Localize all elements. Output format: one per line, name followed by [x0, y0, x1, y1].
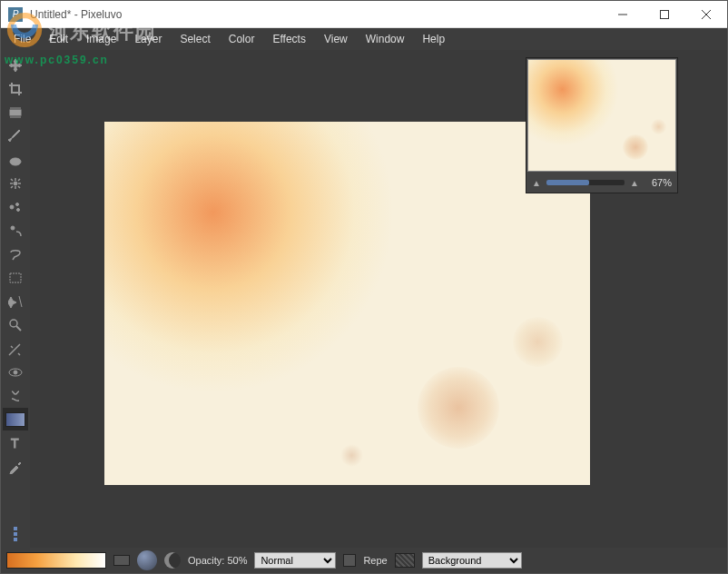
svg-rect-1	[661, 10, 669, 18]
menu-layer[interactable]: Layer	[125, 29, 171, 49]
transform-tool-icon[interactable]	[3, 101, 28, 124]
menu-edit[interactable]: Edit	[40, 29, 77, 49]
canvas-content	[513, 317, 563, 367]
svg-point-15	[14, 371, 17, 374]
repeat-label: Repe	[363, 555, 387, 566]
redeye-tool-icon[interactable]	[3, 361, 28, 383]
opacity-label: Opacity: 50%	[188, 555, 247, 566]
svg-point-12	[10, 320, 17, 327]
canvas-content	[340, 444, 363, 467]
svg-rect-11	[10, 273, 21, 282]
menu-color[interactable]: Color	[220, 29, 264, 49]
svg-point-6	[14, 182, 17, 185]
tool-palette: T	[1, 50, 30, 548]
navigator-panel[interactable]: ▲ ▲ 67%	[526, 57, 678, 193]
svg-point-10	[11, 226, 15, 230]
marquee-tool-icon[interactable]	[3, 266, 28, 289]
svg-point-8	[16, 203, 19, 205]
svg-point-7	[10, 205, 14, 209]
canvas-content	[104, 122, 395, 394]
svg-line-13	[16, 326, 21, 331]
minimize-button[interactable]	[602, 1, 644, 27]
canvas-content	[418, 367, 499, 449]
heal-tool-icon[interactable]	[3, 195, 28, 218]
menu-effects[interactable]: Effects	[263, 29, 314, 49]
maximize-button[interactable]	[644, 1, 685, 27]
clone-tool-icon[interactable]	[3, 172, 28, 194]
crop-tool-icon[interactable]	[3, 77, 28, 100]
zoom-in-icon[interactable]: ▲	[630, 178, 639, 188]
menu-window[interactable]: Window	[357, 29, 414, 49]
tool-options-bar: Opacity: 50% Normal Repe Background	[1, 548, 727, 573]
svg-point-9	[17, 208, 20, 211]
gradient-type-radial-icon[interactable]	[137, 550, 157, 570]
gradient-type-linear-icon[interactable]	[113, 555, 130, 566]
blend-mode-select[interactable]: Normal	[254, 552, 336, 569]
zoom-out-icon[interactable]: ▲	[532, 178, 541, 188]
target-layer-select[interactable]: Background	[422, 552, 522, 569]
tool-options-toggle-icon[interactable]	[1, 520, 30, 548]
svg-point-5	[10, 158, 21, 165]
navigator-thumbnail[interactable]	[527, 59, 676, 172]
dodge-tool-icon[interactable]	[3, 219, 28, 242]
svg-rect-4	[10, 110, 21, 115]
text-tool-icon[interactable]: T	[3, 431, 28, 454]
wand-tool-icon[interactable]	[3, 290, 28, 312]
menu-image[interactable]: Image	[77, 29, 125, 49]
app-icon: P	[8, 7, 23, 22]
menu-view[interactable]: View	[315, 29, 357, 49]
zoom-tool-icon[interactable]	[3, 313, 28, 336]
move-tool-icon[interactable]	[3, 54, 28, 76]
gradient-type-angle-icon[interactable]	[164, 552, 181, 569]
effect-tool-icon[interactable]	[3, 337, 28, 360]
gradient-preview-swatch[interactable]	[6, 552, 106, 569]
svg-text:T: T	[11, 436, 19, 450]
menu-select[interactable]: Select	[171, 29, 219, 49]
lasso-tool-icon[interactable]	[3, 242, 28, 265]
picker-tool-icon[interactable]	[3, 455, 28, 478]
smudge-tool-icon[interactable]	[3, 148, 28, 171]
pattern-swatch-icon[interactable]	[395, 553, 415, 568]
repeat-checkbox[interactable]	[343, 554, 356, 567]
close-button[interactable]	[685, 1, 727, 27]
menu-file[interactable]: File	[5, 29, 40, 49]
document-canvas[interactable]	[104, 122, 590, 485]
gradient-tool-icon[interactable]	[3, 408, 28, 430]
brush-tool-icon[interactable]	[3, 124, 28, 147]
liquify-tool-icon[interactable]	[3, 384, 28, 407]
titlebar: P Untitled* - Pixeluvo	[1, 1, 727, 28]
window-title: Untitled* - Pixeluvo	[30, 8, 602, 21]
menubar: File Edit Image Layer Select Color Effec…	[1, 28, 727, 50]
menu-help[interactable]: Help	[413, 29, 454, 49]
zoom-value: 67%	[644, 177, 672, 188]
zoom-slider[interactable]	[546, 180, 625, 185]
